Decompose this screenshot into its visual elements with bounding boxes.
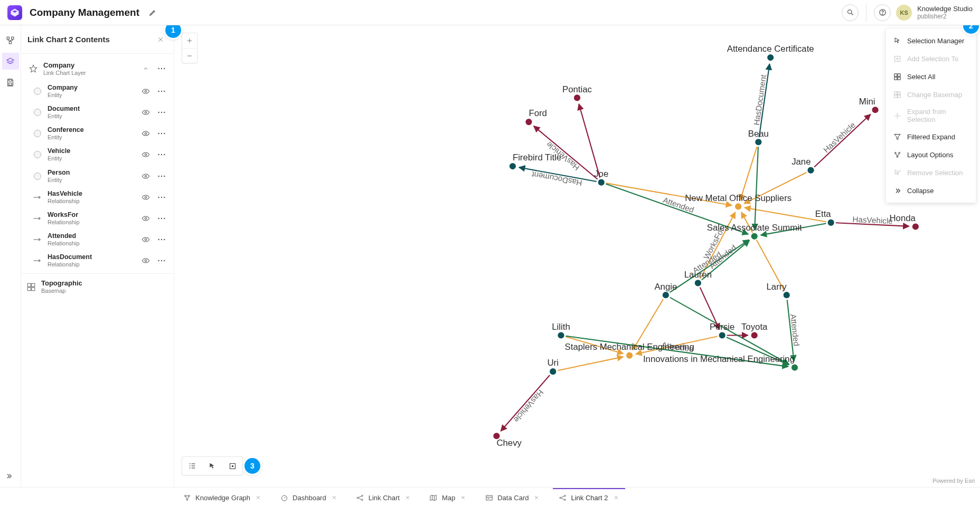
svg-text:Staplers Mechanical Engineerin: Staplers Mechanical Engineering — [565, 342, 694, 352]
visibility-toggle-icon[interactable] — [140, 149, 152, 160]
extent-button[interactable] — [222, 457, 242, 475]
sublayer-sub: Entity — [48, 113, 136, 120]
sublayer-row[interactable]: ConferenceEntity — [25, 123, 169, 144]
sublayer-row[interactable]: WorksForRelationship — [25, 208, 169, 229]
svg-point-31 — [158, 154, 159, 155]
svg-rect-58 — [27, 283, 31, 287]
svg-marker-14 — [30, 65, 37, 73]
svg-point-16 — [161, 68, 162, 69]
visibility-toggle-icon[interactable] — [140, 234, 152, 245]
sublayer-row[interactable]: DocumentEntity — [25, 102, 169, 123]
rail-layers-button[interactable] — [2, 53, 19, 70]
sublayer-sub: Entity — [48, 134, 136, 141]
visibility-toggle-icon[interactable] — [140, 107, 152, 118]
svg-point-120 — [827, 219, 835, 226]
sublayer-sub: Entity — [48, 177, 136, 184]
layer-collapse-chevron-icon[interactable] — [140, 63, 152, 74]
svg-point-40 — [158, 197, 159, 198]
tab-close-button[interactable] — [331, 494, 338, 501]
svg-rect-194 — [486, 495, 492, 500]
link-chart-canvas[interactable]: HasDocumentHasDocumentHasVehicleHasVehic… — [174, 25, 980, 487]
visibility-toggle-icon[interactable] — [140, 192, 152, 203]
visibility-toggle-icon[interactable] — [140, 170, 152, 182]
sublayer-more-button[interactable] — [156, 255, 167, 266]
selection-menu-item[interactable]: Collapse — [886, 182, 976, 199]
sublayer-row[interactable]: HasDocumentRelationship — [25, 250, 169, 271]
sublayer-name: Vehicle — [48, 147, 136, 155]
sublayer-row[interactable]: VehicleEntity — [25, 144, 169, 165]
selection-menu-item: Expand from Selection — [886, 103, 976, 128]
sublayer-row[interactable]: PersonEntity — [25, 166, 169, 187]
bottom-tab[interactable]: Data Card — [479, 488, 545, 506]
visibility-toggle-icon[interactable] — [140, 255, 152, 266]
selection-menu-item[interactable]: Select All — [886, 68, 976, 85]
user-avatar[interactable]: KS — [896, 5, 912, 21]
zoom-in-button[interactable] — [182, 33, 197, 48]
selection-menu-item[interactable]: Selection Manager — [886, 32, 976, 50]
svg-rect-162 — [894, 77, 897, 80]
svg-point-189 — [362, 499, 363, 501]
sublayer-name: Company — [48, 84, 136, 92]
svg-text:HasVehicle: HasVehicle — [822, 120, 857, 155]
zoom-out-button[interactable] — [182, 48, 197, 63]
rail-save-button[interactable] — [2, 74, 19, 91]
bottom-tab[interactable]: Link Chart — [351, 488, 417, 506]
bottom-tab[interactable]: Dashboard — [275, 488, 343, 506]
sublayer-symbol — [32, 213, 43, 224]
tab-close-button[interactable] — [612, 494, 620, 501]
layer-more-button[interactable] — [156, 63, 167, 74]
visibility-toggle-icon[interactable] — [140, 213, 152, 224]
sublayer-more-button[interactable] — [156, 107, 167, 118]
tab-close-button[interactable] — [533, 494, 540, 501]
svg-point-112 — [509, 163, 516, 170]
svg-point-35 — [158, 175, 159, 176]
sublayer-more-button[interactable] — [156, 234, 167, 245]
svg-point-25 — [164, 112, 165, 113]
sublayer-row[interactable]: CompanyEntity — [25, 81, 169, 102]
visibility-toggle-icon[interactable] — [140, 128, 152, 139]
sublayer-more-button[interactable] — [156, 192, 167, 203]
svg-marker-173 — [894, 134, 900, 139]
rail-data-model-button[interactable] — [2, 32, 19, 49]
edit-title-button[interactable] — [147, 6, 159, 19]
selection-menu-item: Change Basemap — [886, 85, 976, 103]
selection-menu-item[interactable]: Layout Options — [886, 146, 976, 164]
help-button[interactable] — [874, 4, 891, 21]
selection-menu-item[interactable]: Filtered Expand — [886, 128, 976, 146]
global-search-button[interactable] — [842, 4, 859, 21]
svg-point-21 — [164, 91, 165, 92]
basemap-block[interactable]: Topographic Basemap — [21, 274, 174, 300]
svg-rect-11 — [9, 83, 12, 85]
sublayer-name: Attended — [48, 232, 136, 240]
menu-item-label: Selection Manager — [907, 37, 964, 45]
tab-close-button[interactable] — [404, 494, 411, 501]
contents-sidebar: Link Chart 2 Contents 1 Company Link Cha… — [21, 25, 174, 487]
svg-point-126 — [694, 279, 702, 287]
svg-point-32 — [161, 154, 162, 155]
select-tool-button[interactable] — [202, 457, 222, 475]
sublayer-row[interactable]: AttendedRelationship — [25, 229, 169, 250]
svg-point-142 — [549, 368, 557, 375]
legend-button[interactable] — [182, 457, 202, 475]
svg-text:Innovations in Mechanical Engi: Innovations in Mechanical Engineering — [643, 354, 795, 364]
layer-head[interactable]: Company Link Chart Layer — [25, 59, 169, 79]
tab-label: Link Chart — [369, 494, 400, 502]
bottom-tab[interactable]: Map — [424, 488, 472, 506]
basemap-sub: Basemap — [41, 288, 169, 294]
tab-close-button[interactable] — [459, 494, 467, 501]
tab-close-button[interactable] — [255, 494, 262, 501]
bottom-tab[interactable]: Link Chart 2 — [553, 488, 625, 506]
sublayer-more-button[interactable] — [156, 170, 167, 182]
sublayer-more-button[interactable] — [156, 149, 167, 160]
visibility-toggle-icon[interactable] — [140, 85, 152, 97]
bottom-tab[interactable]: Knowledge Graph — [177, 488, 267, 506]
svg-text:Angie: Angie — [654, 282, 677, 292]
svg-text:Larry: Larry — [767, 282, 787, 292]
rail-expand-button[interactable] — [2, 470, 19, 487]
sublayer-more-button[interactable] — [156, 213, 167, 224]
layer-name: Company — [43, 61, 136, 70]
sublayer-row[interactable]: HasVehicleRelationship — [25, 187, 169, 208]
sublayer-more-button[interactable] — [156, 128, 167, 139]
sublayer-more-button[interactable] — [156, 85, 167, 97]
sidebar-close-button[interactable] — [155, 34, 166, 45]
